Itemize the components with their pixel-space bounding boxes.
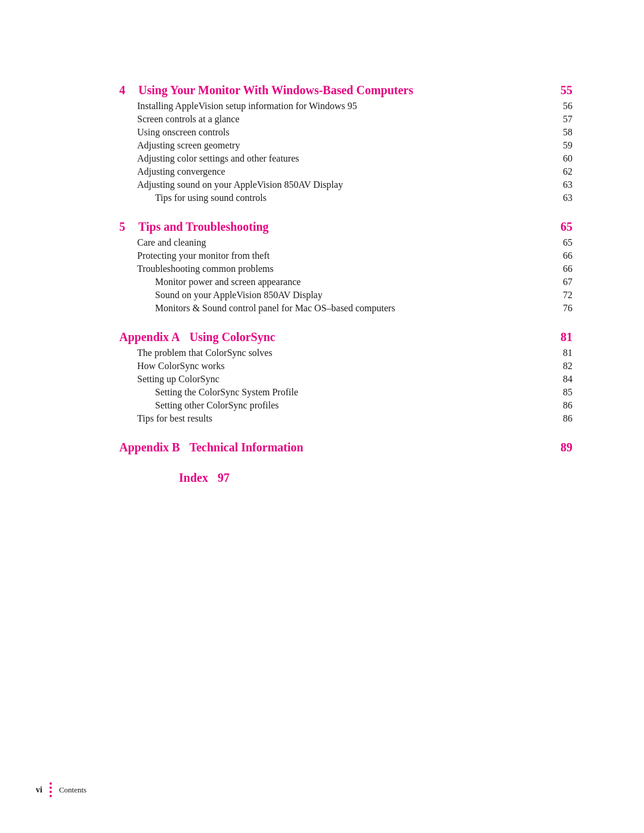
list-item: Monitors & Sound control panel for Mac O… xyxy=(155,303,572,314)
footer-dot-2 xyxy=(49,786,52,789)
chapter-4-title: Using Your Monitor With Windows-Based Co… xyxy=(138,83,551,97)
list-item: Screen controls at a glance 57 xyxy=(137,114,572,125)
chapter-4-page: 55 xyxy=(561,83,572,97)
chapter-5-items: Care and cleaning 65 Protecting your mon… xyxy=(137,237,572,314)
footer: vi Contents xyxy=(36,782,86,797)
list-item: Tips for using sound controls 63 xyxy=(155,193,572,203)
list-item: Troubleshooting common problems 66 xyxy=(137,264,572,274)
footer-page-number: vi xyxy=(36,785,42,795)
footer-section-label: Contents xyxy=(59,785,86,795)
page: 4 Using Your Monitor With Windows-Based … xyxy=(0,0,644,833)
chapter-4-items: Installing AppleVision setup information… xyxy=(137,101,572,203)
appendix-a-entry: Appendix A Using ColorSync 81 The proble… xyxy=(119,330,572,424)
appendix-a-page: 81 xyxy=(561,330,572,344)
list-item: Installing AppleVision setup information… xyxy=(137,101,572,112)
list-item: Adjusting color settings and other featu… xyxy=(137,153,572,164)
list-item: Tips for best results 86 xyxy=(137,413,572,424)
appendix-a-heading: Appendix A Using ColorSync 81 xyxy=(119,330,572,344)
chapter-4-heading: 4 Using Your Monitor With Windows-Based … xyxy=(119,83,572,97)
list-item: Setting the ColorSync System Profile 85 xyxy=(155,387,572,398)
footer-dots-decoration xyxy=(49,782,52,797)
footer-dot-3 xyxy=(49,791,52,793)
appendix-b-page: 89 xyxy=(561,441,572,454)
chapter-4-entry: 4 Using Your Monitor With Windows-Based … xyxy=(119,83,572,203)
chapter-5-title: Tips and Troubleshooting xyxy=(138,220,551,234)
footer-dot-4 xyxy=(49,795,52,797)
chapter-5-page: 65 xyxy=(561,220,572,234)
appendix-b-title: Technical Information xyxy=(190,441,551,454)
appendix-b-label: Appendix B xyxy=(119,441,180,454)
list-item: How ColorSync works 82 xyxy=(137,361,572,371)
list-item: The problem that ColorSync solves 81 xyxy=(137,348,572,358)
list-item: Setting other ColorSync profiles 86 xyxy=(155,400,572,411)
toc-content: 4 Using Your Monitor With Windows-Based … xyxy=(119,83,572,485)
index-entry: Index 97 xyxy=(179,471,572,485)
appendix-b-heading: Appendix B Technical Information 89 xyxy=(119,441,572,454)
list-item: Adjusting convergence 62 xyxy=(137,166,572,177)
appendix-a-label: Appendix A xyxy=(119,330,180,344)
list-item: Adjusting sound on your AppleVision 850A… xyxy=(137,179,572,190)
appendix-a-items: The problem that ColorSync solves 81 How… xyxy=(137,348,572,424)
chapter-4-number: 4 xyxy=(119,83,131,97)
list-item: Monitor power and screen appearance 67 xyxy=(155,277,572,287)
chapter-5-number: 5 xyxy=(119,220,131,234)
list-item: Sound on your AppleVision 850AV Display … xyxy=(155,290,572,301)
footer-dot-1 xyxy=(49,782,52,785)
index-page: 97 xyxy=(218,471,230,485)
list-item: Protecting your monitor from theft 66 xyxy=(137,250,572,261)
list-item: Care and cleaning 65 xyxy=(137,237,572,248)
appendix-a-title: Using ColorSync xyxy=(190,330,551,344)
appendix-b-entry: Appendix B Technical Information 89 xyxy=(119,441,572,454)
list-item: Adjusting screen geometry 59 xyxy=(137,140,572,151)
chapter-5-entry: 5 Tips and Troubleshooting 65 Care and c… xyxy=(119,220,572,314)
list-item: Using onscreen controls 58 xyxy=(137,127,572,138)
chapter-5-heading: 5 Tips and Troubleshooting 65 xyxy=(119,220,572,234)
list-item: Setting up ColorSync 84 xyxy=(137,374,572,385)
index-title: Index xyxy=(179,471,208,485)
